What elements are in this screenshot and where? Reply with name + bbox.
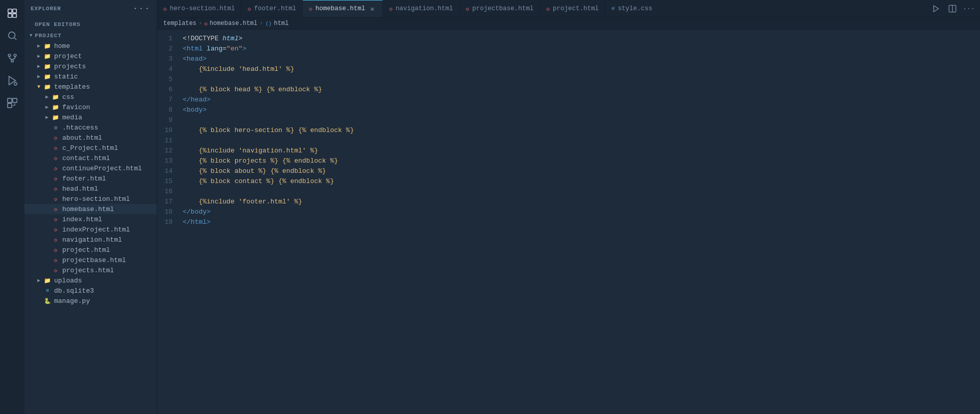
html-file-icon: ◇ — [309, 6, 312, 12]
code-line-7: 7 </head> — [157, 95, 980, 105]
spacer: ▶ — [43, 256, 51, 264]
close-tab-icon[interactable]: ✕ — [368, 5, 376, 13]
tree-item-continue-project[interactable]: ▶ ◇ continueProject.html — [24, 163, 157, 173]
breadcrumb-templates[interactable]: templates — [163, 20, 197, 27]
source-control-icon[interactable] — [3, 49, 21, 67]
tree-item-templates[interactable]: ▼ 📁 templates — [24, 82, 157, 92]
svg-rect-15 — [8, 98, 12, 102]
tree-item-contact[interactable]: ▶ ◇ contact.html — [24, 153, 157, 163]
index-html-label: index.html — [62, 216, 157, 223]
tree-item-css[interactable]: ▶ 📁 css — [24, 92, 157, 102]
favicon-label: favicon — [62, 104, 157, 111]
tree-item-projects-html[interactable]: ▶ ◇ projects.html — [24, 265, 157, 275]
search-icon[interactable] — [3, 27, 21, 45]
tree-item-htaccess[interactable]: ▶ ⚙ .htaccess — [24, 122, 157, 133]
tree-item-media[interactable]: ▶ 📁 media — [24, 112, 157, 122]
tab-bar: ◇ hero-section.html ◇ footer.html ◇ home… — [157, 0, 980, 18]
run-button[interactable] — [929, 2, 943, 16]
tab-projectbase[interactable]: ◇ projectbase.html — [460, 0, 541, 18]
tab-label: hero-section.html — [170, 5, 235, 12]
more-options-icon[interactable]: ··· — [133, 4, 151, 13]
tab-label: homebase.html — [315, 5, 365, 12]
arrow-icon: ▶ — [35, 52, 43, 60]
tree-item-head-html[interactable]: ▶ ◇ head.html — [24, 184, 157, 194]
index-project-label: indexProject.html — [62, 226, 157, 234]
breadcrumb-homebase[interactable]: homebase.html — [210, 20, 258, 27]
spacer: ▶ — [43, 266, 51, 274]
arrow-spacer: ▶ — [43, 123, 51, 132]
c-project-label: c_Project.html — [62, 144, 157, 152]
tree-item-project[interactable]: ▶ 📁 project — [24, 51, 157, 61]
tab-homebase[interactable]: ◇ homebase.html ✕ — [303, 0, 383, 18]
more-actions-button[interactable]: ··· — [962, 2, 976, 16]
home-label: home — [54, 42, 157, 50]
breadcrumb: templates › ◇ homebase.html › ⟨⟩ html — [157, 18, 980, 30]
tree-item-hero-section-html[interactable]: ▶ ◇ hero-section.html — [24, 194, 157, 204]
tree-item-about[interactable]: ▶ ◇ about.html — [24, 133, 157, 143]
tab-footer[interactable]: ◇ footer.html — [241, 0, 303, 18]
tree-item-projectbase-html[interactable]: ▶ ◇ projectbase.html — [24, 255, 157, 265]
code-editor[interactable]: 1 <!DOCTYPE html> 2 <html lang="en"> 3 <… — [157, 30, 980, 414]
tree-item-navigation-html[interactable]: ▶ ◇ navigation.html — [24, 235, 157, 245]
static-label: static — [54, 73, 157, 81]
line-content: {% block head %} {% endblock %} — [183, 85, 980, 95]
tree-item-db-sqlite[interactable]: ▶ ≡ db.sqlite3 — [24, 286, 157, 296]
code-line-4: 4 {%include 'head.html' %} — [157, 64, 980, 74]
arrow-icon: ▶ — [43, 113, 51, 121]
tree-item-static[interactable]: ▶ 📁 static — [24, 71, 157, 82]
tree-item-project-html[interactable]: ▶ ◇ project.html — [24, 245, 157, 255]
templates-label: templates — [54, 83, 157, 91]
tree-item-index-html[interactable]: ▶ ◇ index.html — [24, 214, 157, 224]
html-icon: ◇ — [51, 266, 60, 274]
line-content — [183, 187, 980, 197]
tab-label: navigation.html — [396, 5, 453, 12]
project-section-header[interactable]: ▼ PROJECT — [24, 30, 157, 41]
line-number: 17 — [157, 197, 183, 207]
line-number: 8 — [157, 105, 183, 115]
open-editors-section[interactable]: OPEN EDITORS — [24, 17, 157, 30]
html-icon: ◇ — [51, 195, 60, 203]
tree-item-homebase-html[interactable]: ▶ ◇ homebase.html — [24, 204, 157, 214]
line-content: </html> — [183, 217, 980, 227]
footer-html-label: footer.html — [62, 175, 157, 183]
tab-project[interactable]: ◇ project.html — [540, 0, 605, 18]
svg-point-6 — [8, 54, 11, 57]
navigation-label: navigation.html — [62, 236, 157, 244]
arrow-icon: ▶ — [43, 93, 51, 101]
svg-line-10 — [10, 58, 13, 60]
tab-label: style.css — [618, 5, 653, 12]
tree-item-manage-py[interactable]: ▶ 🐍 manage.py — [24, 296, 157, 306]
explorer-header: EXPLORER ··· — [24, 0, 157, 17]
explorer-icon[interactable] — [3, 4, 21, 22]
tree-item-favicon[interactable]: ▶ 📁 favicon — [24, 102, 157, 112]
code-line-3: 3 <head> — [157, 54, 980, 64]
projects-html-label: projects.html — [62, 267, 157, 274]
manage-py-label: manage.py — [54, 297, 157, 305]
tree-item-footer-html[interactable]: ▶ ◇ footer.html — [24, 173, 157, 184]
tab-style[interactable]: # style.css — [605, 0, 659, 18]
breadcrumb-html[interactable]: html — [274, 20, 289, 27]
html-breadcrumb-icon: ◇ — [204, 20, 208, 27]
spacer: ▶ — [43, 215, 51, 223]
tree-item-uploads[interactable]: ▶ 📁 uploads — [24, 275, 157, 286]
main-editor-area: ◇ hero-section.html ◇ footer.html ◇ home… — [157, 0, 980, 414]
svg-rect-17 — [8, 104, 12, 108]
db-sqlite-label: db.sqlite3 — [54, 287, 157, 295]
project-html-label: project.html — [62, 246, 157, 254]
folder-icon: 📁 — [43, 83, 52, 91]
html-icon: ◇ — [51, 134, 60, 142]
tree-item-projects[interactable]: ▶ 📁 projects — [24, 61, 157, 71]
tree-item-index-project-html[interactable]: ▶ ◇ indexProject.html — [24, 224, 157, 235]
split-editor-button[interactable] — [945, 2, 960, 16]
tab-hero-section[interactable]: ◇ hero-section.html — [157, 0, 241, 18]
run-debug-icon[interactable] — [3, 71, 21, 90]
tree-item-c-project[interactable]: ▶ ◇ c_Project.html — [24, 143, 157, 153]
line-content: {%include 'head.html' %} — [183, 64, 980, 74]
tree-item-home[interactable]: ▶ 📁 home — [24, 41, 157, 51]
arrow-icon: ▶ — [35, 42, 43, 50]
extensions-icon[interactable] — [3, 94, 21, 112]
tab-navigation[interactable]: ◇ navigation.html — [383, 0, 459, 18]
breadcrumb-separator: › — [259, 20, 263, 27]
tab-label: projectbase.html — [472, 5, 533, 12]
svg-rect-0 — [8, 9, 12, 13]
